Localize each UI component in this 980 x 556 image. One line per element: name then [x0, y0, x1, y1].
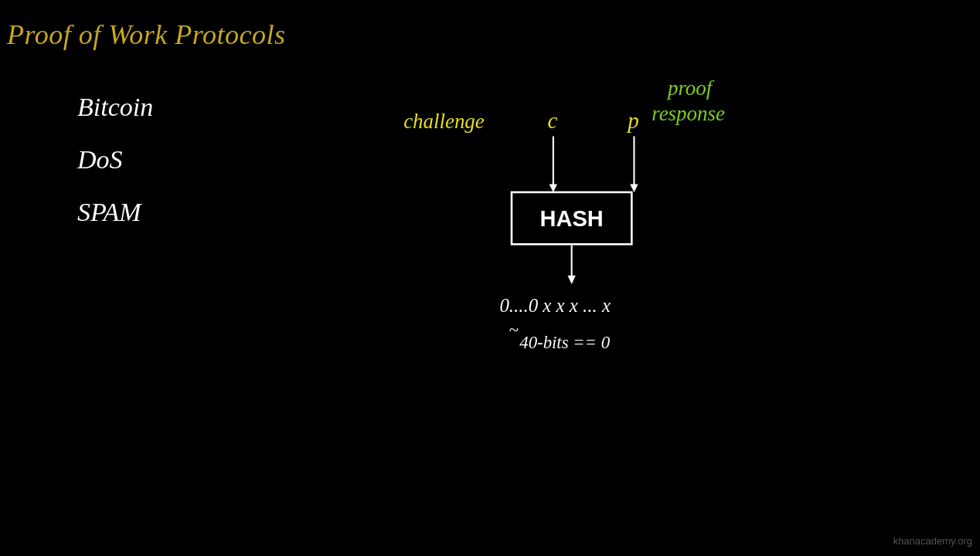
list-item-dos: DoS — [77, 145, 153, 175]
list-item-spam: SPAM — [77, 198, 153, 227]
page-title: Proof of Work Protocols — [7, 19, 286, 51]
challenge-label: challenge — [403, 110, 485, 133]
p-label: p — [626, 108, 639, 133]
output-label: 0....0 x x x ... x — [499, 295, 610, 316]
list-item-bitcoin: Bitcoin — [77, 93, 153, 122]
diagram: proof response challenge c p HASH 0....0… — [356, 62, 804, 371]
left-list: Bitcoin DoS SPAM — [77, 93, 153, 227]
proof-label: proof — [666, 76, 715, 100]
c-label: c — [548, 108, 558, 133]
bits-label: 40-bits == 0 — [519, 333, 610, 352]
watermark: khanacademy.org — [893, 535, 972, 547]
response-label: response — [652, 102, 725, 125]
svg-marker-1 — [550, 185, 557, 192]
svg-text:~: ~ — [509, 320, 519, 340]
hash-box-label: HASH — [540, 206, 604, 231]
svg-marker-6 — [567, 276, 575, 284]
svg-marker-3 — [630, 185, 638, 192]
